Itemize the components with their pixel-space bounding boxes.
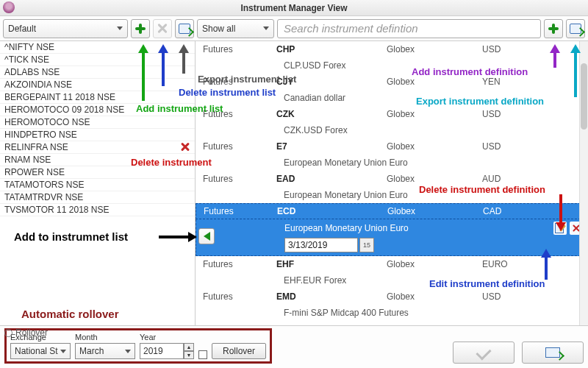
radio-icon xyxy=(4,329,12,337)
cell-currency: EURO xyxy=(482,259,563,269)
table-row[interactable]: FuturesCHPGlobexUSD xyxy=(196,41,588,57)
list-item[interactable]: TATAMOTORS NSE xyxy=(0,179,195,191)
cell-symbol: CHP xyxy=(276,44,387,54)
year-label: Year xyxy=(140,333,194,342)
add-to-instrument-list-button[interactable] xyxy=(198,228,215,244)
table-row[interactable]: FuturesCZKGlobexUSD xyxy=(196,106,588,122)
add-instrument-list-button[interactable] xyxy=(131,19,150,38)
table-row[interactable]: FuturesEHFGlobexEURO xyxy=(196,256,588,272)
screen-export-icon xyxy=(545,347,560,358)
cell-currency: CAD xyxy=(483,206,564,216)
export-button[interactable] xyxy=(522,342,584,364)
table-row[interactable]: FuturesEADGlobexAUD xyxy=(196,171,588,187)
plus-icon xyxy=(548,24,559,34)
list-item[interactable]: ^TICK NSE xyxy=(0,54,195,66)
list-item[interactable]: TATAMTRDVR NSE xyxy=(0,191,195,204)
list-item[interactable]: HINDPETRO NSE xyxy=(0,129,195,141)
cell-currency: USD xyxy=(482,109,563,119)
list-item[interactable]: RNAM NSE xyxy=(0,154,195,166)
table-row[interactable]: FuturesEMDGlobexUSD xyxy=(196,289,588,305)
edit-instrument-definition-button[interactable] xyxy=(553,222,567,235)
table-date-row: 3/13/201915 xyxy=(196,237,588,256)
cell-exchange: Globex xyxy=(387,206,483,216)
chevron-down-icon xyxy=(117,26,123,30)
cell-type: Futures xyxy=(203,77,276,87)
list-item[interactable]: RELINFRA NSE xyxy=(0,141,195,154)
chevron-down-icon xyxy=(60,350,66,353)
table-row[interactable]: FuturesE7GlobexUSD xyxy=(196,138,588,155)
x-icon xyxy=(157,24,168,34)
filter-selector-value: Show all xyxy=(202,24,235,34)
cell-type: Futures xyxy=(203,174,276,184)
vertical-scrollbar[interactable] xyxy=(579,41,588,325)
table-subrow[interactable]: CLP.USD Forex xyxy=(196,57,588,74)
cell-symbol: CJY xyxy=(276,77,387,87)
year-stepper[interactable]: 2019 ▲▼ xyxy=(140,343,194,359)
cell-type: Futures xyxy=(203,44,276,54)
export-instrument-definition-button[interactable] xyxy=(566,19,585,38)
table-subrow[interactable]: EHF.EUR Forex xyxy=(196,272,588,289)
cell-exchange: Globex xyxy=(387,141,482,152)
instrument-definition-table: FuturesCHPGlobexUSDCLP.USD ForexFuturesC… xyxy=(196,41,588,321)
list-item[interactable]: AKZOINDIA NSE xyxy=(0,79,195,91)
cell-type: Futures xyxy=(203,141,276,152)
cell-description: Canadian dollar xyxy=(284,93,588,103)
cell-description: CZK.USD Forex xyxy=(284,125,588,135)
month-label: Month xyxy=(75,333,135,342)
delete-instrument-list-button[interactable] xyxy=(153,19,172,38)
export-instrument-list-button[interactable] xyxy=(175,19,194,38)
instrument-definition-panel: FuturesCHPGlobexUSDCLP.USD ForexFuturesC… xyxy=(196,41,588,325)
rollover-radio[interactable]: Rollover xyxy=(4,328,48,338)
edit-icon xyxy=(555,223,565,233)
cell-type: Futures xyxy=(203,109,276,119)
filter-selector[interactable]: Show all xyxy=(197,19,274,38)
add-instrument-definition-button[interactable] xyxy=(544,19,563,38)
table-subrow[interactable]: European Monetary Union Euro xyxy=(196,187,588,203)
confirm-button[interactable] xyxy=(453,342,514,364)
instrument-list-selector[interactable]: Default xyxy=(3,19,128,38)
chevron-down-icon xyxy=(263,26,269,30)
table-subrow[interactable]: European Monetary Union Euro xyxy=(196,155,588,171)
calendar-button[interactable]: 15 xyxy=(359,238,374,252)
cell-currency: USD xyxy=(482,291,563,302)
list-item[interactable]: ^NIFTY NSE xyxy=(0,41,195,54)
table-row[interactable]: FuturesCJYGlobexYEN xyxy=(196,74,588,90)
cell-description: European Monetary Union Euro xyxy=(284,223,543,233)
cell-exchange: Globex xyxy=(387,174,482,184)
list-item[interactable]: RPOWER NSE xyxy=(0,166,195,179)
rollover-button[interactable]: Rollover xyxy=(212,343,266,359)
rollover-checkbox[interactable] xyxy=(198,350,207,359)
cell-type: Futures xyxy=(203,259,276,269)
scrollbar-thumb[interactable] xyxy=(581,63,587,130)
list-item-label: AKZOINDIA NSE xyxy=(4,79,72,90)
cell-exchange: Globex xyxy=(387,259,482,269)
list-item[interactable]: BERGEPAINT 11 2018 NSE xyxy=(0,91,195,104)
delete-instrument-button[interactable] xyxy=(180,142,190,152)
list-item[interactable]: ADLABS NSE xyxy=(0,66,195,79)
stepper-up[interactable]: ▲ xyxy=(184,343,194,351)
list-item-label: BERGEPAINT 11 2018 NSE xyxy=(4,92,115,102)
search-placeholder: Search instrument defintion xyxy=(284,22,418,35)
date-input[interactable]: 3/13/2019 xyxy=(284,238,358,252)
cell-exchange: Globex xyxy=(387,109,482,119)
month-select[interactable]: March xyxy=(75,343,135,359)
table-subrow[interactable]: F-mini S&P Midcap 400 Futures xyxy=(196,305,588,321)
table-subrow[interactable]: Canadian dollar xyxy=(196,90,588,106)
app-icon xyxy=(3,1,15,13)
exchange-select[interactable]: National St xyxy=(10,343,71,359)
table-row-selected[interactable]: FuturesECDGlobexCAD xyxy=(196,203,588,219)
table-subrow[interactable]: CZK.USD Forex xyxy=(196,122,588,138)
exchange-value: National St xyxy=(15,346,58,356)
rollover-button-label: Rollover xyxy=(223,346,255,356)
cell-exchange: Globex xyxy=(387,291,482,302)
cell-currency: USD xyxy=(482,141,563,152)
list-item[interactable]: TVSMOTOR 11 2018 NSE xyxy=(0,204,195,216)
list-item[interactable]: HEROMOTOCO 09 2018 NSE xyxy=(0,104,195,116)
search-input[interactable]: Search instrument defintion xyxy=(277,19,541,38)
cell-symbol: CZK xyxy=(276,109,387,119)
table-subrow-selected[interactable]: European Monetary Union Euro xyxy=(196,219,588,237)
list-item[interactable]: HEROMOTOCO NSE xyxy=(0,116,195,129)
instrument-list-panel: ^NIFTY NSE^TICK NSEADLABS NSEAKZOINDIA N… xyxy=(0,41,196,325)
calendar-icon: 15 xyxy=(363,241,370,249)
stepper-down[interactable]: ▼ xyxy=(184,351,194,359)
